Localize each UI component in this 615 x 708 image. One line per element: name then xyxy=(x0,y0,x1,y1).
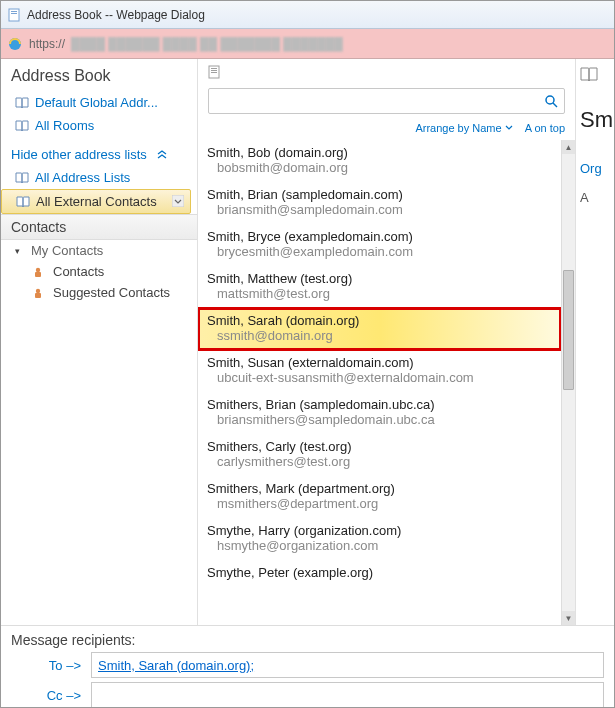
list-item[interactable]: Smithers, Carly (test.org)carlysmithers@… xyxy=(198,434,561,476)
recipient-chip[interactable]: Smith, Sarah (domain.org); xyxy=(98,658,254,673)
sidebar-label: Default Global Addr... xyxy=(35,95,158,110)
url-blurred: ████ ██████ ████ ██ ███████ ███████ xyxy=(71,37,608,51)
sidebar-label: All Rooms xyxy=(35,118,94,133)
contact-list: Smith, Bob (domain.org)bobsmith@domain.o… xyxy=(198,140,561,625)
contacts-icon xyxy=(33,287,47,299)
dropdown-icon[interactable] xyxy=(172,195,184,209)
sort-order-toggle[interactable]: A on top xyxy=(525,122,565,134)
sidebar-heading: Address Book xyxy=(1,59,197,91)
arrange-by-toggle[interactable]: Arrange by Name xyxy=(415,122,512,134)
contact-name: Smythe, Peter (example.org) xyxy=(207,565,552,580)
contact-email: bobsmith@domain.org xyxy=(207,160,552,175)
contact-email: briansmith@sampledomain.com xyxy=(207,202,552,217)
svg-rect-6 xyxy=(35,272,41,277)
contact-name: Smithers, Brian (sampledomain.ubc.ca) xyxy=(207,397,552,412)
list-item[interactable]: Smithers, Mark (department.org)msmithers… xyxy=(198,476,561,518)
svg-line-14 xyxy=(553,103,557,107)
list-item[interactable]: Smith, Bob (domain.org)bobsmith@domain.o… xyxy=(198,140,561,182)
contact-email: carlysmithers@test.org xyxy=(207,454,552,469)
svg-rect-12 xyxy=(211,72,217,73)
search-icon[interactable] xyxy=(544,94,558,108)
cc-row: Cc –> xyxy=(11,682,604,708)
contact-name: Smith, Sarah (domain.org) xyxy=(207,313,552,328)
contact-name: Smythe, Harry (organization.com) xyxy=(207,523,552,538)
to-button[interactable]: To –> xyxy=(11,658,81,673)
url-bar: https:// ████ ██████ ████ ██ ███████ ███… xyxy=(1,29,614,59)
detail-panel: Smi Org A xyxy=(576,59,614,625)
sidebar-label: All Address Lists xyxy=(35,170,130,185)
vertical-scrollbar[interactable]: ▲ ▼ xyxy=(561,140,575,625)
tree-my-contacts[interactable]: ▾ My Contacts xyxy=(1,240,197,261)
chevron-up-icon xyxy=(157,150,167,160)
sidebar-item-all-address-lists[interactable]: All Address Lists xyxy=(1,166,197,189)
detail-name-fragment: Smi xyxy=(580,107,610,133)
contact-email: ssmith@domain.org xyxy=(207,328,552,343)
svg-point-5 xyxy=(36,267,40,271)
svg-rect-4 xyxy=(172,195,184,207)
list-item[interactable]: Smith, Matthew (test.org)mattsmith@test.… xyxy=(198,266,561,308)
contact-list-panel: Arrange by Name A on top Smith, Bob (dom… xyxy=(198,59,576,625)
window-title: Address Book -- Webpage Dialog xyxy=(27,8,205,22)
arrange-bar: Arrange by Name A on top xyxy=(198,120,575,140)
list-item[interactable]: Smith, Bryce (exampledomain.com)brycesmi… xyxy=(198,224,561,266)
svg-rect-8 xyxy=(35,293,41,298)
tree-contacts[interactable]: Contacts xyxy=(1,261,197,282)
svg-rect-2 xyxy=(11,13,17,14)
sidebar-label: All External Contacts xyxy=(36,194,157,209)
search-box[interactable] xyxy=(208,88,565,114)
sidebar: Address Book Default Global Addr... All … xyxy=(1,59,198,625)
contacts-icon xyxy=(33,266,47,278)
contact-name: Smith, Susan (externaldomain.com) xyxy=(207,355,552,370)
list-item[interactable]: Smith, Sarah (domain.org)ssmith@domain.o… xyxy=(198,308,561,350)
list-item[interactable]: Smith, Susan (externaldomain.com)ubcuit-… xyxy=(198,350,561,392)
url-scheme: https:// xyxy=(29,37,65,51)
cc-button[interactable]: Cc –> xyxy=(11,688,81,703)
search-input[interactable] xyxy=(215,93,544,110)
scroll-down-button[interactable]: ▼ xyxy=(562,611,575,625)
address-book-icon[interactable] xyxy=(580,67,610,83)
svg-rect-11 xyxy=(211,70,217,71)
scroll-thumb[interactable] xyxy=(563,270,574,390)
contact-email: briansmithers@sampledomain.ubc.ca xyxy=(207,412,552,427)
list-scrollpane: Smith, Bob (domain.org)bobsmith@domain.o… xyxy=(198,140,575,625)
contact-email: mattsmith@test.org xyxy=(207,286,552,301)
to-field[interactable]: Smith, Sarah (domain.org); xyxy=(91,652,604,678)
list-item[interactable]: Smithers, Brian (sampledomain.ubc.ca)bri… xyxy=(198,392,561,434)
tree-label: My Contacts xyxy=(31,243,103,258)
tree-suggested-contacts[interactable]: Suggested Contacts xyxy=(1,282,197,303)
detail-a-label: A xyxy=(580,190,610,205)
ie-icon xyxy=(7,36,23,52)
contact-email: brycesmith@exampledomain.com xyxy=(207,244,552,259)
list-item[interactable]: Smythe, Peter (example.org) xyxy=(198,560,561,587)
detail-org-label: Org xyxy=(580,161,610,176)
hide-address-lists-toggle[interactable]: Hide other address lists xyxy=(1,143,197,166)
scroll-up-button[interactable]: ▲ xyxy=(562,140,575,154)
cc-field[interactable] xyxy=(91,682,604,708)
recipients-footer: Message recipients: To –> Smith, Sarah (… xyxy=(1,625,614,708)
to-row: To –> Smith, Sarah (domain.org); xyxy=(11,652,604,678)
contact-name: Smithers, Carly (test.org) xyxy=(207,439,552,454)
sidebar-item-default-gal[interactable]: Default Global Addr... xyxy=(1,91,197,114)
contact-name: Smith, Bob (domain.org) xyxy=(207,145,552,160)
sort-order-label: A on top xyxy=(525,122,565,134)
arrange-by-label: Arrange by Name xyxy=(415,122,501,134)
svg-rect-10 xyxy=(211,68,217,69)
contact-email: msmithers@department.org xyxy=(207,496,552,511)
list-item[interactable]: Smith, Brian (sampledomain.com)briansmit… xyxy=(198,182,561,224)
svg-point-7 xyxy=(36,288,40,292)
contact-name: Smith, Brian (sampledomain.com) xyxy=(207,187,552,202)
svg-point-13 xyxy=(546,96,554,104)
sidebar-item-all-rooms[interactable]: All Rooms xyxy=(1,114,197,137)
book-icon xyxy=(15,172,29,184)
svg-rect-0 xyxy=(9,9,19,21)
main-columns: Address Book Default Global Addr... All … xyxy=(1,59,614,625)
svg-rect-1 xyxy=(11,11,17,12)
sidebar-item-all-external-contacts[interactable]: All External Contacts xyxy=(1,189,191,214)
contact-name: Smith, Matthew (test.org) xyxy=(207,271,552,286)
caret-down-icon: ▾ xyxy=(15,246,25,256)
contact-name: Smith, Bryce (exampledomain.com) xyxy=(207,229,552,244)
list-item[interactable]: Smythe, Harry (organization.com)hsmythe@… xyxy=(198,518,561,560)
view-mode-icon[interactable] xyxy=(208,67,224,82)
page-icon xyxy=(7,8,21,22)
book-icon xyxy=(15,97,29,109)
